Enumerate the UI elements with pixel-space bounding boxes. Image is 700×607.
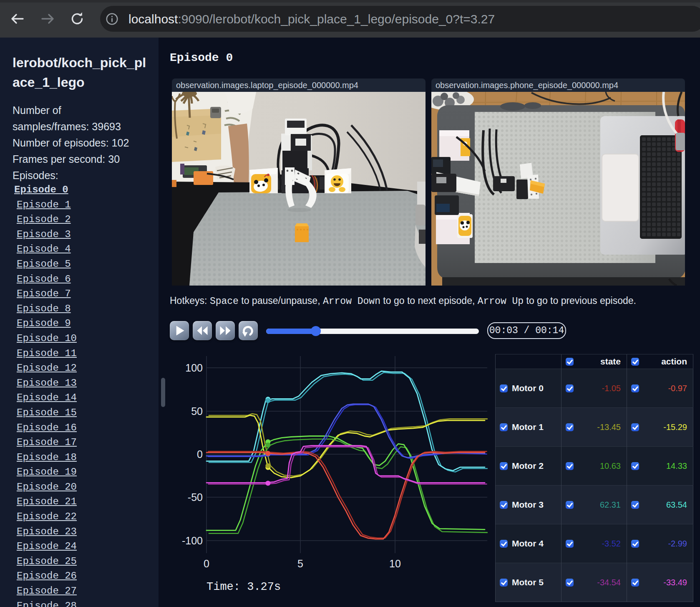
svg-text:100: 100 [185,362,203,374]
svg-text:0: 0 [197,448,203,460]
svg-text:0: 0 [204,558,209,569]
svg-text:50: 50 [191,405,203,417]
svg-text:10: 10 [389,558,401,569]
svg-text:-50: -50 [188,491,203,503]
svg-text:-100: -100 [182,535,203,546]
svg-text:5: 5 [297,558,303,569]
